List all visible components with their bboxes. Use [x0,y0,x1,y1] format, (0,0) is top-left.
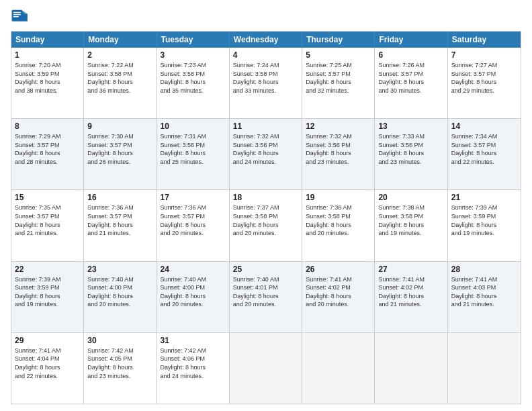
day-number: 2 [87,50,152,60]
calendar-cell: 18Sunrise: 7:37 AMSunset: 3:58 PMDayligh… [230,190,302,261]
calendar-cell: 21Sunrise: 7:39 AMSunset: 3:59 PMDayligh… [448,190,521,261]
cell-text: Sunrise: 7:27 AMSunset: 3:57 PMDaylight:… [451,61,517,95]
cell-text: Sunrise: 7:38 AMSunset: 3:58 PMDaylight:… [378,203,443,237]
day-number: 19 [306,193,371,202]
calendar-cell [448,333,521,404]
cell-text: Sunrise: 7:37 AMSunset: 3:58 PMDaylight:… [233,203,298,237]
cell-text: Sunrise: 7:24 AMSunset: 3:58 PMDaylight:… [233,61,298,95]
cell-text: Sunrise: 7:35 AMSunset: 3:57 PMDaylight:… [15,203,80,237]
day-number: 24 [161,265,226,274]
calendar-header: SundayMondayTuesdayWednesdayThursdayFrid… [11,32,521,48]
day-number: 15 [15,193,80,202]
header-day-monday: Monday [84,32,157,48]
cell-text: Sunrise: 7:40 AMSunset: 4:00 PMDaylight:… [87,275,152,309]
cell-text: Sunrise: 7:36 AMSunset: 3:57 PMDaylight:… [87,203,152,237]
header-day-wednesday: Wednesday [230,32,302,48]
calendar-row-2: 8Sunrise: 7:29 AMSunset: 3:57 PMDaylight… [11,118,521,189]
day-number: 8 [15,122,80,131]
calendar-cell: 17Sunrise: 7:36 AMSunset: 3:57 PMDayligh… [157,190,230,261]
day-number: 16 [87,193,152,202]
day-number: 18 [233,193,298,202]
calendar-cell [230,333,302,404]
cell-text: Sunrise: 7:29 AMSunset: 3:57 PMDaylight:… [15,132,80,166]
cell-text: Sunrise: 7:38 AMSunset: 3:58 PMDaylight:… [306,203,371,237]
calendar-cell: 8Sunrise: 7:29 AMSunset: 3:57 PMDaylight… [11,119,84,189]
cell-text: Sunrise: 7:20 AMSunset: 3:59 PMDaylight:… [15,61,80,95]
day-number: 26 [306,265,371,274]
header-day-saturday: Saturday [448,32,521,48]
calendar-cell: 14Sunrise: 7:34 AMSunset: 3:57 PMDayligh… [448,119,521,189]
header [11,7,521,26]
cell-text: Sunrise: 7:34 AMSunset: 3:57 PMDaylight:… [451,132,517,166]
calendar-cell: 20Sunrise: 7:38 AMSunset: 3:58 PMDayligh… [375,190,447,261]
cell-text: Sunrise: 7:39 AMSunset: 3:59 PMDaylight:… [15,275,80,309]
cell-text: Sunrise: 7:42 AMSunset: 4:05 PMDaylight:… [87,347,152,380]
cell-text: Sunrise: 7:39 AMSunset: 3:59 PMDaylight:… [451,203,517,237]
svg-rect-3 [12,10,23,21]
cell-text: Sunrise: 7:22 AMSunset: 3:58 PMDaylight:… [87,61,152,95]
cell-text: Sunrise: 7:32 AMSunset: 3:56 PMDaylight:… [306,132,371,166]
day-number: 30 [87,336,152,345]
calendar-cell: 25Sunrise: 7:40 AMSunset: 4:01 PMDayligh… [230,262,302,332]
cell-text: Sunrise: 7:40 AMSunset: 4:00 PMDaylight:… [161,275,226,309]
calendar-row-3: 15Sunrise: 7:35 AMSunset: 3:57 PMDayligh… [11,189,521,261]
day-number: 27 [378,265,443,274]
calendar-cell [375,333,447,404]
calendar-cell: 29Sunrise: 7:41 AMSunset: 4:04 PMDayligh… [11,333,84,404]
calendar-cell: 22Sunrise: 7:39 AMSunset: 3:59 PMDayligh… [11,262,84,332]
day-number: 11 [233,122,298,131]
day-number: 29 [15,336,80,345]
calendar-row-1: 1Sunrise: 7:20 AMSunset: 3:59 PMDaylight… [11,48,521,118]
calendar-cell: 15Sunrise: 7:35 AMSunset: 3:57 PMDayligh… [11,190,84,261]
calendar-cell: 28Sunrise: 7:41 AMSunset: 4:03 PMDayligh… [448,262,521,332]
day-number: 9 [87,122,152,131]
calendar-cell: 4Sunrise: 7:24 AMSunset: 3:58 PMDaylight… [230,48,302,118]
calendar-body: 1Sunrise: 7:20 AMSunset: 3:59 PMDaylight… [11,48,521,404]
svg-rect-6 [13,16,19,17]
cell-text: Sunrise: 7:23 AMSunset: 3:58 PMDaylight:… [161,61,226,95]
day-number: 1 [15,50,80,60]
cell-text: Sunrise: 7:30 AMSunset: 3:57 PMDaylight:… [87,132,152,166]
logo-icon [11,7,30,26]
calendar-cell: 27Sunrise: 7:41 AMSunset: 4:02 PMDayligh… [375,262,447,332]
cell-text: Sunrise: 7:41 AMSunset: 4:04 PMDaylight:… [15,347,80,380]
svg-rect-4 [13,12,21,13]
day-number: 4 [233,50,298,60]
day-number: 17 [161,193,226,202]
header-day-tuesday: Tuesday [157,32,230,48]
day-number: 31 [161,336,226,345]
header-day-thursday: Thursday [302,32,375,48]
calendar-cell: 11Sunrise: 7:32 AMSunset: 3:56 PMDayligh… [230,119,302,189]
cell-text: Sunrise: 7:36 AMSunset: 3:57 PMDaylight:… [161,203,226,237]
cell-text: Sunrise: 7:40 AMSunset: 4:01 PMDaylight:… [233,275,298,309]
svg-rect-5 [13,14,21,15]
calendar-cell: 6Sunrise: 7:26 AMSunset: 3:57 PMDaylight… [375,48,447,118]
day-number: 22 [15,265,80,274]
cell-text: Sunrise: 7:41 AMSunset: 4:03 PMDaylight:… [451,275,517,309]
day-number: 23 [87,265,152,274]
calendar-cell: 30Sunrise: 7:42 AMSunset: 4:05 PMDayligh… [84,333,157,404]
calendar-cell: 2Sunrise: 7:22 AMSunset: 3:58 PMDaylight… [84,48,157,118]
day-number: 25 [233,265,298,274]
day-number: 10 [161,122,226,131]
cell-text: Sunrise: 7:26 AMSunset: 3:57 PMDaylight:… [378,61,443,95]
calendar-row-4: 22Sunrise: 7:39 AMSunset: 3:59 PMDayligh… [11,261,521,332]
calendar-row-5: 29Sunrise: 7:41 AMSunset: 4:04 PMDayligh… [11,332,521,404]
day-number: 14 [451,122,517,131]
day-number: 3 [161,50,226,60]
calendar-cell: 10Sunrise: 7:31 AMSunset: 3:56 PMDayligh… [157,119,230,189]
logo [11,7,32,26]
calendar-cell [302,333,375,404]
calendar-cell: 9Sunrise: 7:30 AMSunset: 3:57 PMDaylight… [84,119,157,189]
day-number: 12 [306,122,371,131]
calendar-cell: 1Sunrise: 7:20 AMSunset: 3:59 PMDaylight… [11,48,84,118]
cell-text: Sunrise: 7:33 AMSunset: 3:56 PMDaylight:… [378,132,443,166]
cell-text: Sunrise: 7:32 AMSunset: 3:56 PMDaylight:… [233,132,298,166]
calendar: SundayMondayTuesdayWednesdayThursdayFrid… [11,31,521,404]
calendar-cell: 16Sunrise: 7:36 AMSunset: 3:57 PMDayligh… [84,190,157,261]
cell-text: Sunrise: 7:42 AMSunset: 4:06 PMDaylight:… [161,347,226,380]
calendar-cell: 7Sunrise: 7:27 AMSunset: 3:57 PMDaylight… [448,48,521,118]
day-number: 20 [378,193,443,202]
cell-text: Sunrise: 7:41 AMSunset: 4:02 PMDaylight:… [306,275,371,309]
header-day-sunday: Sunday [11,32,84,48]
